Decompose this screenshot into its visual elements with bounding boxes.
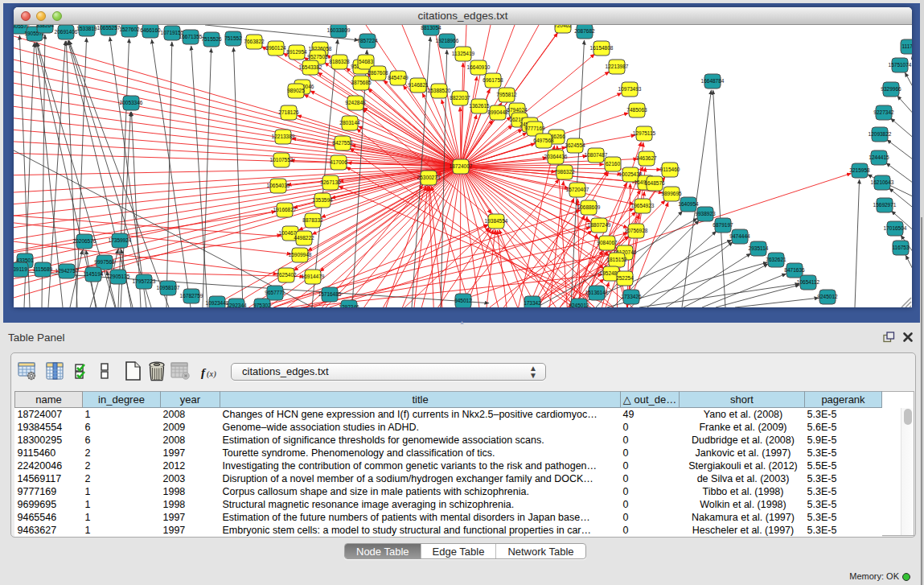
svg-text:9242848: 9242848 (345, 100, 366, 105)
svg-text:1292346: 1292346 (339, 304, 359, 307)
svg-text:1353594: 1353594 (312, 197, 333, 203)
svg-text:18724007: 18724007 (450, 163, 473, 169)
svg-text:12905135: 12905135 (107, 274, 130, 279)
svg-text:1145194: 1145194 (84, 271, 104, 277)
svg-text:15692971: 15692971 (873, 202, 897, 208)
svg-text:8990448: 8990448 (487, 109, 508, 115)
svg-text:2867608: 2867608 (368, 70, 388, 76)
svg-text:16640910: 16640910 (467, 64, 491, 70)
svg-text:3215958: 3215958 (849, 167, 870, 173)
svg-text:7986322: 7986322 (554, 169, 575, 175)
svg-text:7955812: 7955812 (496, 92, 517, 97)
svg-text:12213987: 12213987 (606, 64, 629, 69)
svg-text:3267130: 3267130 (320, 179, 341, 185)
svg-text:989025: 989025 (287, 88, 305, 93)
svg-text:10807487: 10807487 (585, 152, 608, 158)
svg-text:15751074: 15751074 (889, 62, 912, 68)
svg-text:6794024: 6794024 (507, 107, 528, 113)
svg-text:9227342: 9227342 (873, 109, 894, 115)
svg-text:1244415: 1244415 (869, 154, 889, 160)
svg-text:1292344: 1292344 (226, 303, 247, 307)
svg-text:54683: 54683 (359, 59, 373, 64)
svg-text:9657771: 9657771 (265, 290, 285, 295)
svg-text:8186328: 8186328 (329, 59, 350, 64)
svg-text:10107553: 10107553 (270, 157, 294, 163)
svg-text:16671355: 16671355 (179, 34, 203, 39)
svg-text:1640954: 1640954 (678, 201, 699, 207)
svg-text:11325419: 11325419 (452, 51, 475, 56)
svg-text:15716485: 15716485 (318, 291, 342, 297)
svg-text:10958107: 10958107 (157, 285, 180, 290)
svg-text:12975115: 12975115 (633, 130, 656, 136)
svg-text:16914479: 16914479 (302, 274, 325, 279)
svg-text:7857224: 7857224 (357, 38, 378, 43)
svg-text:9329966: 9329966 (881, 86, 901, 92)
svg-text:9146821: 9146821 (408, 82, 429, 88)
svg-text:9899695: 9899695 (661, 191, 682, 196)
svg-text:7515526: 7515526 (201, 36, 222, 42)
svg-text:4498222: 4498222 (294, 235, 314, 241)
svg-text:3875685: 3875685 (351, 80, 372, 85)
svg-text:9474444: 9474444 (729, 233, 750, 239)
svg-text:25300273: 25300273 (417, 175, 441, 180)
svg-text:19384554: 19384554 (485, 218, 508, 224)
svg-text:10973493: 10973493 (618, 86, 642, 92)
svg-text:8454749: 8454749 (388, 75, 409, 80)
svg-text:10688609: 10688609 (577, 204, 601, 210)
svg-text:2087682: 2087682 (574, 28, 595, 34)
svg-text:1733426: 1733426 (621, 294, 642, 299)
svg-text:720462: 720462 (554, 25, 572, 28)
svg-text:20691406: 20691406 (55, 29, 78, 35)
svg-text:12093822: 12093822 (869, 131, 892, 137)
svg-text:8471636: 8471636 (784, 267, 805, 273)
svg-text:9115460: 9115460 (660, 167, 680, 172)
svg-text:945012: 945012 (454, 298, 472, 303)
svg-text:20206576: 20206576 (73, 238, 97, 244)
svg-text:8960124: 8960124 (265, 45, 286, 51)
svg-text:7632621: 7632621 (766, 257, 786, 262)
svg-text:19654923: 19654923 (631, 203, 655, 208)
svg-text:9245012: 9245012 (817, 294, 838, 299)
svg-text:15136141: 15136141 (585, 290, 609, 295)
svg-text:6879197: 6879197 (713, 222, 733, 228)
svg-text:18807249: 18807249 (588, 222, 611, 228)
svg-text:838264: 838264 (36, 25, 54, 28)
svg-text:6961758: 6961758 (483, 77, 503, 83)
svg-text:9463627: 9463627 (636, 155, 657, 161)
svg-text:8813054: 8813054 (421, 25, 441, 31)
svg-text:751552: 751552 (224, 35, 242, 41)
svg-text:8878332: 8878332 (302, 217, 323, 223)
svg-text:16648784: 16648784 (701, 78, 725, 84)
svg-text:1533819: 1533819 (76, 26, 97, 31)
svg-text:9527503: 9527503 (307, 54, 328, 60)
svg-text:116753: 116753 (892, 245, 910, 250)
svg-text:9997568: 9997568 (94, 259, 115, 265)
svg-text:39119: 39119 (14, 266, 27, 272)
svg-text:f: f (201, 366, 207, 379)
svg-text:10654035: 10654035 (267, 183, 290, 188)
svg-text:16210643: 16210643 (871, 179, 894, 185)
svg-text:15909948: 15909948 (289, 252, 312, 257)
svg-text:9084067: 9084067 (597, 240, 618, 245)
svg-text:12942757: 12942757 (55, 268, 79, 274)
svg-text:9777169: 9777169 (524, 126, 545, 131)
svg-text:17957223: 17957223 (133, 278, 156, 284)
svg-text:19218966: 19218966 (436, 38, 459, 43)
svg-text:6497568: 6497568 (533, 138, 554, 143)
svg-text:1362615: 1362615 (469, 103, 490, 109)
svg-text:1648576: 1648576 (644, 180, 665, 186)
svg-text:975302: 975302 (253, 303, 271, 307)
svg-text:10655257: 10655257 (97, 25, 121, 31)
svg-text:20364436: 20364436 (544, 154, 568, 159)
svg-text:8822037: 8822037 (450, 95, 470, 101)
svg-text:16154808: 16154808 (590, 45, 614, 51)
svg-text:8912954: 8912954 (286, 49, 307, 55)
svg-text:62160: 62160 (606, 161, 620, 167)
svg-text:1115689: 1115689 (33, 266, 53, 272)
svg-text:11178: 11178 (901, 43, 912, 49)
svg-text:252254: 252254 (616, 275, 634, 281)
svg-text:25388520: 25388520 (428, 88, 451, 93)
svg-text:15720407: 15720407 (566, 187, 589, 192)
svg-text:17359924: 17359924 (109, 237, 132, 243)
svg-text:17016504: 17016504 (884, 225, 907, 231)
